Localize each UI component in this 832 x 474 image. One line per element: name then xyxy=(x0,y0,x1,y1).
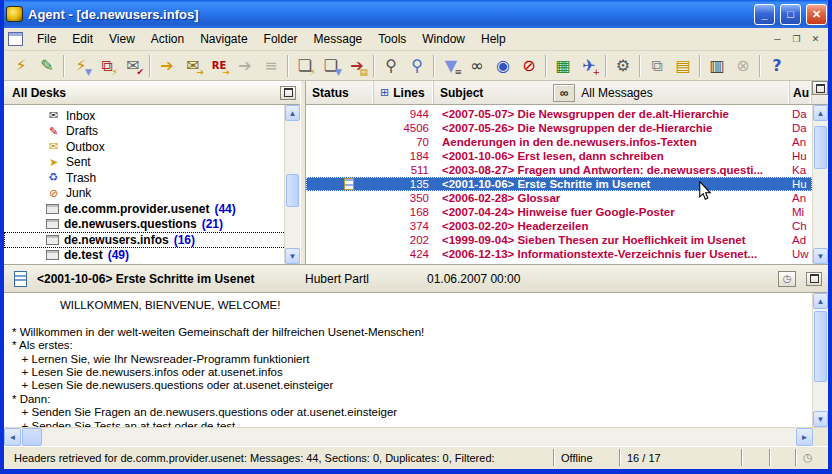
desks-maximize-button[interactable] xyxy=(280,86,296,100)
desks-panel: All Desks ✉Inbox✎Drafts✉Outbox➤Sent♻Tras… xyxy=(4,81,300,264)
folder-junk[interactable]: ⊘Junk xyxy=(4,186,300,202)
ignore-thread-icon[interactable]: ◉ xyxy=(490,53,516,78)
retrieved-body-icon xyxy=(344,178,354,190)
folder-de-comm-provider-usenet[interactable]: de.comm.provider.usenet(44) xyxy=(4,201,300,217)
lines-count: 511 xyxy=(374,164,434,176)
message-row[interactable]: 135<2001-10-06> Erste Schritte im Usenet… xyxy=(306,177,812,191)
get-selected-bodies-icon[interactable]: ⧉⚡ xyxy=(94,53,120,78)
scroll-thumb[interactable] xyxy=(22,428,42,446)
menu-view[interactable]: View xyxy=(101,29,143,49)
message-row[interactable]: 168<2007-04-24> Hinweise fuer Google-Pos… xyxy=(306,205,812,219)
new-email-message-icon[interactable]: ✉➔ xyxy=(180,53,206,78)
filter-messages-icon[interactable]: ▼≡ xyxy=(438,53,464,78)
folder-label: Outbox xyxy=(66,140,105,154)
message-row[interactable]: 944<2007-05-07> Die Newsgruppen der de.a… xyxy=(306,107,812,121)
preview-scrollbar[interactable]: ▲ ▼ xyxy=(812,293,828,427)
menu-action[interactable]: Action xyxy=(143,29,192,49)
folders-icon[interactable]: ▤ xyxy=(670,53,696,78)
watch-thread-icon[interactable]: ∞ xyxy=(464,53,490,78)
minimize-button[interactable]: _ xyxy=(754,4,775,25)
message-row[interactable]: 374<2003-02-20> HeaderzeilenCh xyxy=(306,219,812,233)
scroll-down-icon[interactable]: ▼ xyxy=(813,411,828,427)
list-scrollbar[interactable]: ▲ ▼ xyxy=(812,105,828,264)
menu-message[interactable]: Message xyxy=(306,29,371,49)
block-sender-icon[interactable]: ⊘ xyxy=(516,53,542,78)
mdi-restore-button[interactable]: ❐ xyxy=(788,32,805,47)
menu-help[interactable]: Help xyxy=(473,29,514,49)
message-row[interactable]: 424<2006-12-13> Informationstexte-Verzei… xyxy=(306,247,812,261)
folder-drafts[interactable]: ✎Drafts xyxy=(4,124,300,140)
mdi-close-button[interactable]: ✕ xyxy=(807,32,824,47)
preferences-icon[interactable]: ⚙ xyxy=(610,53,636,78)
scroll-up-icon[interactable]: ▲ xyxy=(813,293,828,309)
scroll-down-icon[interactable]: ▼ xyxy=(813,248,828,264)
message-status-icon[interactable]: ◷ xyxy=(778,271,796,287)
column-author[interactable]: Au xyxy=(790,81,812,104)
get-new-messages-icon[interactable]: ⚡ xyxy=(8,53,34,78)
binoculars-icon[interactable]: ∞ xyxy=(553,84,575,102)
message-filter-label[interactable]: All Messages xyxy=(581,86,652,100)
menu-file[interactable]: File xyxy=(29,29,64,49)
list-maximize-button[interactable] xyxy=(812,81,828,95)
copy-icon[interactable]: ⧉ xyxy=(644,53,670,78)
scroll-thumb[interactable] xyxy=(814,126,827,169)
save-messages-icon[interactable]: ❏▼ xyxy=(318,53,344,78)
column-headers: Status ⊞ Lines Subject ∞ All Messages Au xyxy=(306,81,828,105)
launch-attachment-icon[interactable]: ❏⚡ xyxy=(292,53,318,78)
help-icon[interactable]: ? xyxy=(764,53,790,78)
folder-sent[interactable]: ➤Sent xyxy=(4,155,300,171)
folder-de-test[interactable]: de.test(49) xyxy=(4,248,300,264)
menu-edit[interactable]: Edit xyxy=(64,29,101,49)
post-queued-messages-icon[interactable]: ✎ xyxy=(34,53,60,78)
maximize-button[interactable]: □ xyxy=(780,4,801,25)
window-panes-icon[interactable]: ▥ xyxy=(704,53,730,78)
message-subject: <2003-02-20> Headerzeilen xyxy=(434,220,790,232)
message-list: 944<2007-05-07> Die Newsgruppen der de.a… xyxy=(306,105,828,264)
tree-scrollbar[interactable]: ▲ ▼ xyxy=(284,105,300,264)
message-row[interactable]: 70Aenderungen in den de.newusers.infos-T… xyxy=(306,135,812,149)
reply-icon[interactable]: RE➔ xyxy=(206,53,232,78)
message-row[interactable]: 4506<2007-05-26> Die Newsgruppen der de-… xyxy=(306,121,812,135)
move-to-folder-icon[interactable]: ➔▤ xyxy=(344,53,370,78)
view-image-icon[interactable]: ▦ xyxy=(550,53,576,78)
menu-window[interactable]: Window xyxy=(414,29,473,49)
de-newusers-questions-icon xyxy=(46,219,59,229)
menu-tools[interactable]: Tools xyxy=(370,29,414,49)
launch-browser-icon[interactable]: ✈+ xyxy=(576,53,602,78)
folder-inbox[interactable]: ✉Inbox xyxy=(4,108,300,124)
scroll-right-icon[interactable]: ► xyxy=(796,428,813,446)
message-row[interactable]: 184<2001-10-06> Erst lesen, dann schreib… xyxy=(306,149,812,163)
scroll-thumb[interactable] xyxy=(286,174,299,207)
column-status[interactable]: Status xyxy=(306,81,374,104)
folder-de-newusers-infos[interactable]: de.newusers.infos(16) xyxy=(4,232,300,248)
message-row[interactable]: 350<2006-02-28> GlossarAn xyxy=(306,191,812,205)
folder-outbox[interactable]: ✉Outbox xyxy=(4,139,300,155)
folder-label: Sent xyxy=(66,155,91,169)
get-marked-bodies-icon[interactable]: ⚡▼ xyxy=(68,53,94,78)
new-usenet-message-icon[interactable]: ➔ xyxy=(154,53,180,78)
message-body: WILLKOMMEN, BIENVENUE, WELCOME! * Willko… xyxy=(4,293,828,427)
message-row[interactable]: 511<2003-08-27> Fragen und Antworten: de… xyxy=(306,163,812,177)
mdi-minimize-button[interactable]: ─ xyxy=(769,32,786,47)
menu-navigate[interactable]: Navigate xyxy=(192,29,255,49)
scroll-down-icon[interactable]: ▼ xyxy=(285,248,300,264)
folder-trash[interactable]: ♻Trash xyxy=(4,170,300,186)
preview-horizontal-scrollbar[interactable]: ◄ ► xyxy=(4,427,828,446)
scroll-up-icon[interactable]: ▲ xyxy=(813,105,828,121)
lines-count: 424 xyxy=(374,248,434,260)
column-lines[interactable]: ⊞ Lines xyxy=(374,81,434,104)
scroll-left-icon[interactable]: ◄ xyxy=(4,428,21,446)
column-subject[interactable]: Subject ∞ All Messages xyxy=(434,81,790,104)
menu-folder[interactable]: Folder xyxy=(256,29,306,49)
preview-maximize-button[interactable] xyxy=(806,272,822,286)
scroll-up-icon[interactable]: ▲ xyxy=(285,105,300,121)
folder-de-newusers-questions[interactable]: de.newusers.questions(21) xyxy=(4,217,300,233)
close-button[interactable]: ✕ xyxy=(806,4,827,25)
search-web-icon[interactable]: ⚲ xyxy=(404,53,430,78)
mark-read-icon[interactable]: ✉✔ xyxy=(120,53,146,78)
find-icon[interactable]: ⚲ xyxy=(378,53,404,78)
message-row[interactable]: 202<1999-09-04> Sieben Thesen zur Hoefli… xyxy=(306,233,812,247)
folder-label: de.newusers.questions xyxy=(64,217,197,231)
scroll-thumb[interactable] xyxy=(814,311,827,382)
lines-count: 944 xyxy=(374,108,434,120)
